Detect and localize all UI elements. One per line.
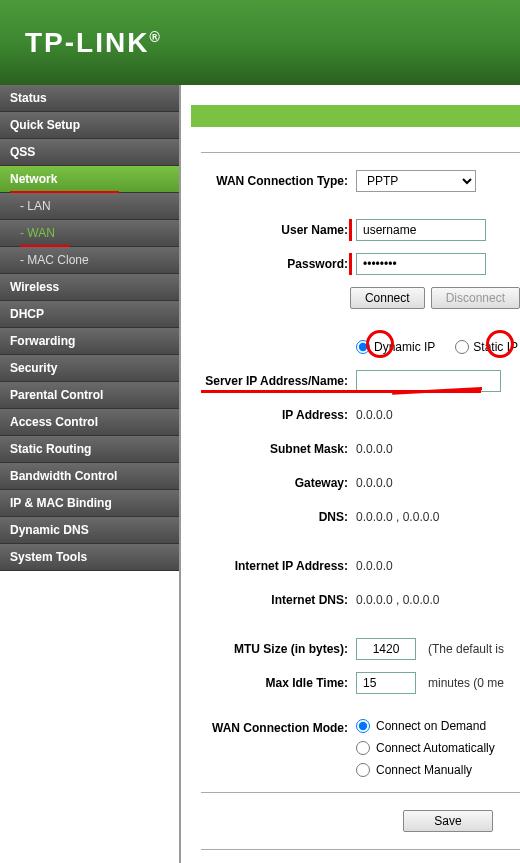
gateway-value: 0.0.0.0 [356,476,393,490]
divider [201,792,520,793]
server-ip-input[interactable] [356,370,501,392]
sidebar-item-qss[interactable]: QSS [0,139,179,166]
sidebar-item-dynamic-dns[interactable]: Dynamic DNS [0,517,179,544]
dynamic-ip-radio[interactable] [356,340,370,354]
ip-address-label: IP Address: [196,408,356,422]
disconnect-button[interactable]: Disconnect [431,287,520,309]
sidebar-subitem-wan[interactable]: - WAN [0,220,179,247]
mtu-hint: (The default is [428,642,504,656]
logo: TP-LINK® [25,27,162,59]
connect-manually-radio[interactable] [356,763,370,777]
sidebar-item-system-tools[interactable]: System Tools [0,544,179,571]
password-label: Password: [196,257,356,271]
connect-on-demand-label: Connect on Demand [376,719,486,733]
username-label: User Name: [196,223,356,237]
divider [201,152,520,153]
dns-label: DNS: [196,510,356,524]
wan-conn-type-label: WAN Connection Type: [196,174,356,188]
wan-conn-type-select[interactable]: PPTP [356,170,476,192]
idle-label: Max Idle Time: [196,676,356,690]
subnet-label: Subnet Mask: [196,442,356,456]
divider [201,849,520,850]
header: TP-LINK® [0,0,520,85]
connect-automatically-radio[interactable] [356,741,370,755]
save-button[interactable]: Save [403,810,492,832]
username-input[interactable] [356,219,486,241]
dynamic-ip-label: Dynamic IP [374,340,435,354]
sidebar-item-parental-control[interactable]: Parental Control [0,382,179,409]
main-content: WAN Connection Type: PPTP User Name: Pas… [181,85,520,863]
sidebar-item-bandwidth-control[interactable]: Bandwidth Control [0,463,179,490]
internet-dns-value: 0.0.0.0 , 0.0.0.0 [356,593,439,607]
subnet-value: 0.0.0.0 [356,442,393,456]
idle-hint: minutes (0 me [428,676,504,690]
sidebar-item-static-routing[interactable]: Static Routing [0,436,179,463]
connect-automatically-label: Connect Automatically [376,741,495,755]
connect-on-demand-radio[interactable] [356,719,370,733]
static-ip-label: Static IP [473,340,518,354]
idle-input[interactable] [356,672,416,694]
sidebar-item-status[interactable]: Status [0,85,179,112]
internet-ip-value: 0.0.0.0 [356,559,393,573]
ip-address-value: 0.0.0.0 [356,408,393,422]
gateway-label: Gateway: [196,476,356,490]
static-ip-radio[interactable] [455,340,469,354]
sidebar-item-quick-setup[interactable]: Quick Setup [0,112,179,139]
sidebar-subitem-lan[interactable]: - LAN [0,193,179,220]
mtu-label: MTU Size (in bytes): [196,642,356,656]
connect-manually-label: Connect Manually [376,763,472,777]
internet-dns-label: Internet DNS: [196,593,356,607]
sidebar-item-ip-mac-binding[interactable]: IP & MAC Binding [0,490,179,517]
sidebar-item-access-control[interactable]: Access Control [0,409,179,436]
sidebar-item-dhcp[interactable]: DHCP [0,301,179,328]
dns-value: 0.0.0.0 , 0.0.0.0 [356,510,439,524]
internet-ip-label: Internet IP Address: [196,559,356,573]
sidebar-item-forwarding[interactable]: Forwarding [0,328,179,355]
section-title-bar [191,105,520,127]
sidebar-subitem-mac-clone[interactable]: - MAC Clone [0,247,179,274]
password-input[interactable] [356,253,486,275]
sidebar-item-network[interactable]: Network [0,166,179,193]
sidebar-item-wireless[interactable]: Wireless [0,274,179,301]
sidebar: Status Quick Setup QSS Network - LAN - W… [0,85,181,863]
conn-mode-label: WAN Connection Mode: [196,719,356,735]
sidebar-item-security[interactable]: Security [0,355,179,382]
server-ip-label: Server IP Address/Name: [196,374,356,388]
connect-button[interactable]: Connect [350,287,425,309]
mtu-input[interactable] [356,638,416,660]
